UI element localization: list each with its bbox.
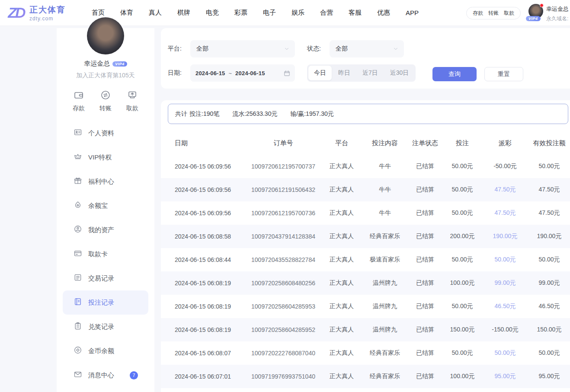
cell-order-no: 1009720612191506432 bbox=[242, 186, 324, 193]
cell-status: 已结算 bbox=[411, 163, 439, 170]
cell-bet-content: 牛牛 bbox=[359, 186, 411, 194]
summary-label: 共计 bbox=[175, 110, 187, 118]
wallet-link[interactable]: 取款 bbox=[504, 10, 514, 17]
sidebar-menu-label: 余额宝 bbox=[88, 202, 108, 210]
cell-date: 2024-06-15 06:08:58 bbox=[161, 233, 242, 240]
table-row[interactable]: 2024-06-15 06:09:56 1009720612191506432 … bbox=[161, 178, 570, 201]
cell-bet-amount: 50.00元 bbox=[439, 256, 485, 264]
date-filter-label: 日期: bbox=[168, 69, 190, 77]
joined-days-text: 加入正大体育第105天 bbox=[57, 72, 154, 80]
cell-date: 2024-06-15 06:09:56 bbox=[161, 186, 242, 193]
nav-item-4[interactable]: 电竞 bbox=[206, 9, 219, 17]
cell-payout: -50.00元 bbox=[485, 163, 525, 170]
platform-select-value: 全部 bbox=[196, 45, 208, 53]
nav-item-7[interactable]: 娱乐 bbox=[291, 9, 304, 17]
sidebar-menu: 个人资料 VIP特权 福利中心 余额宝 我的资产 取款卡 交易记录 投注记录 兑… bbox=[57, 121, 154, 392]
cell-status: 已结算 bbox=[411, 326, 439, 334]
sidebar-item-投注记录[interactable]: 投注记录 bbox=[63, 290, 148, 315]
nav-item-3[interactable]: 棋牌 bbox=[177, 9, 190, 17]
cell-date: 2024-06-15 06:08:19 bbox=[161, 326, 242, 333]
transfer-icon bbox=[100, 90, 111, 102]
table-row[interactable]: 2024-06-15 06:09:56 1009720612195700737 … bbox=[161, 155, 570, 178]
cell-bet-content: 经典百家乐 bbox=[359, 349, 411, 357]
cell-date: 2024-06-15 06:07:01 bbox=[161, 373, 242, 380]
profile-action-取款[interactable]: 取款 bbox=[126, 90, 138, 112]
platform-select[interactable]: 全部 bbox=[190, 40, 295, 57]
cell-date: 2024-06-15 06:09:56 bbox=[161, 210, 242, 217]
table-row[interactable]: 2024-06-15 06:09:56 1009720612195700736 … bbox=[161, 201, 570, 225]
profile-action-转账[interactable]: 转账 bbox=[99, 90, 112, 112]
sidebar-item-余额宝[interactable]: 余额宝 bbox=[63, 194, 148, 218]
nav-item-9[interactable]: 客服 bbox=[349, 9, 362, 17]
table-row[interactable]: 2024-06-15 06:08:44 1009720435528822784 … bbox=[161, 248, 570, 271]
cell-valid-bet: 99.00元 bbox=[525, 279, 570, 287]
cell-order-no: 1009720437914128384 bbox=[242, 233, 324, 240]
range-button-今日[interactable]: 今日 bbox=[308, 66, 332, 80]
status-select[interactable]: 全部 bbox=[330, 40, 404, 57]
avatar[interactable] bbox=[87, 17, 124, 54]
id-card-icon bbox=[74, 128, 82, 138]
nav-item-6[interactable]: 电子 bbox=[263, 9, 276, 17]
quick-range-group: 今日 昨日 近7日 近30日 bbox=[307, 64, 416, 82]
reset-button[interactable]: 重置 bbox=[484, 67, 523, 81]
profile-action-存款[interactable]: 存款 bbox=[73, 90, 85, 112]
nav-item-1[interactable]: 体育 bbox=[120, 9, 133, 17]
range-button-昨日[interactable]: 昨日 bbox=[333, 66, 356, 80]
yuebao-icon bbox=[74, 201, 82, 211]
table-row[interactable]: 2024-06-15 06:07:01 1009719976993751040 … bbox=[161, 365, 570, 388]
sidebar-item-交易记录[interactable]: 交易记录 bbox=[63, 266, 148, 290]
nav-item-8[interactable]: 合营 bbox=[320, 9, 333, 17]
cell-date: 2024-06-15 06:08:07 bbox=[161, 350, 242, 357]
bet-records-table: 日期 订单号 平台 投注内容 注单状态 投注 派彩 有效投注额 2024-06-… bbox=[161, 132, 570, 388]
range-button-近30日[interactable]: 近30日 bbox=[384, 66, 415, 80]
nav-item-11[interactable]: APP bbox=[406, 9, 419, 16]
sidebar-item-金币余额[interactable]: 金币余额 bbox=[63, 339, 148, 363]
table-row[interactable]: 2024-06-15 06:08:58 1009720437914128384 … bbox=[161, 225, 570, 248]
table-row[interactable]: 2024-06-15 06:08:19 1009720258608480256 … bbox=[161, 271, 570, 295]
cell-bet-content: 经典百家乐 bbox=[359, 233, 411, 240]
table-row[interactable]: 2024-06-15 06:08:07 1009720222768087040 … bbox=[161, 341, 570, 365]
user-chip[interactable]: VIP4 幸运金总 永久域名: bbox=[528, 4, 570, 22]
nav-item-10[interactable]: 优惠 bbox=[377, 9, 390, 17]
search-button[interactable]: 查询 bbox=[432, 67, 477, 81]
cell-order-no: 1009720222768087040 bbox=[242, 350, 324, 357]
column-header-有效投注额: 有效投注额 bbox=[525, 139, 570, 147]
table-row[interactable]: 2024-06-15 06:08:19 1009720258604285953 … bbox=[161, 295, 570, 318]
sidebar-item-兑奖记录[interactable]: 兑奖记录 bbox=[63, 315, 148, 339]
status-select-value: 全部 bbox=[336, 45, 348, 53]
platform-filter-label: 平台: bbox=[168, 45, 190, 53]
sidebar-item-福利中心[interactable]: 福利中心 bbox=[63, 169, 148, 194]
table-row[interactable]: 2024-06-15 06:08:19 1009720258604285952 … bbox=[161, 318, 570, 341]
summary-bar: 共计 投注:190笔 流水:25633.30元 输/赢:1957.30元 bbox=[168, 104, 568, 124]
sidebar-item-取款卡[interactable]: 取款卡 bbox=[63, 242, 148, 266]
nav-item-5[interactable]: 彩票 bbox=[234, 9, 247, 17]
column-header-日期: 日期 bbox=[161, 139, 242, 147]
range-button-近7日[interactable]: 近7日 bbox=[357, 66, 384, 80]
cell-payout: -150.00元 bbox=[485, 326, 525, 334]
chevron-down-icon bbox=[284, 46, 290, 52]
cell-date: 2024-06-15 06:09:56 bbox=[161, 163, 242, 170]
sidebar-item-VIP特权[interactable]: VIP特权 bbox=[63, 145, 148, 169]
nav-item-0[interactable]: 首页 bbox=[92, 9, 105, 17]
cell-bet-content: 温州牌九 bbox=[359, 326, 411, 334]
date-range-picker[interactable]: 2024-06-15 ~ 2024-06-15 bbox=[190, 64, 295, 82]
cell-platform: 正大真人 bbox=[324, 256, 359, 264]
gift-icon bbox=[74, 176, 82, 187]
wallet-link[interactable]: 存款 bbox=[473, 10, 483, 17]
cell-status: 已结算 bbox=[411, 256, 439, 264]
sidebar-item-个人资料[interactable]: 个人资料 bbox=[63, 121, 148, 145]
bet-records-icon bbox=[74, 297, 82, 308]
cell-status: 已结算 bbox=[411, 349, 439, 357]
cell-order-no: 1009719976993751040 bbox=[242, 373, 324, 380]
cell-valid-bet: 47.50元 bbox=[525, 186, 570, 194]
wallet-link[interactable]: 转账 bbox=[488, 10, 499, 17]
cell-order-no: 1009720258604285953 bbox=[242, 303, 324, 310]
sidebar-item-我的资产[interactable]: 我的资产 bbox=[63, 218, 148, 242]
unread-count-badge: 7 bbox=[130, 371, 138, 379]
sidebar-item-消息中心[interactable]: 消息中心 7 bbox=[63, 363, 148, 387]
nav-item-2[interactable]: 真人 bbox=[149, 9, 162, 17]
cell-date: 2024-06-15 06:08:19 bbox=[161, 280, 242, 287]
cell-bet-content: 经典百家乐 bbox=[359, 373, 411, 380]
cell-payout: 95.00元 bbox=[485, 373, 525, 380]
sidebar-item-意见反馈[interactable]: 意见反馈 bbox=[63, 387, 148, 392]
